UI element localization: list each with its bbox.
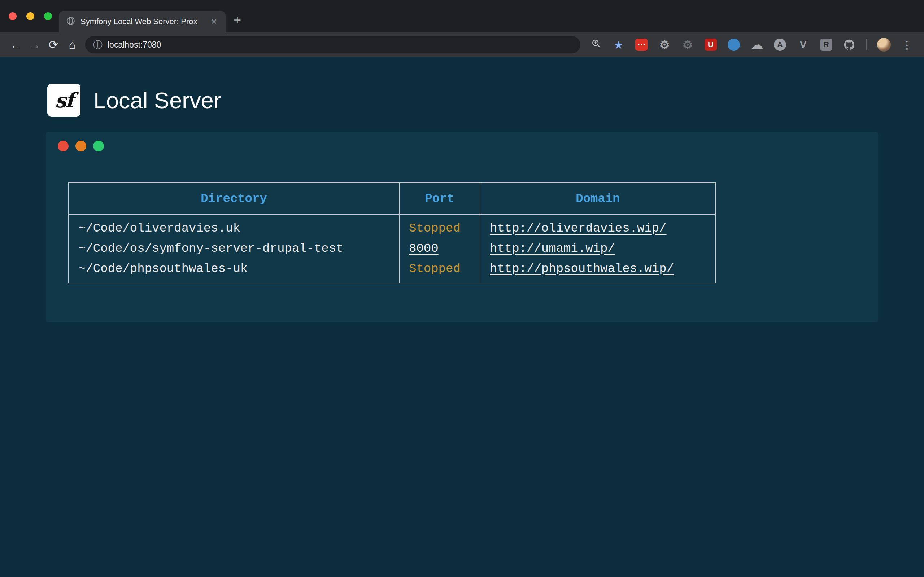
ublock-extension-icon[interactable]: U xyxy=(700,37,721,53)
domain-cell: http://umami.wip/ xyxy=(480,239,716,259)
table-row: ~/Code/os/symfony-server-drupal-test 800… xyxy=(69,239,716,259)
port-cell: Stopped xyxy=(399,259,480,283)
letter-r-extension-icon[interactable]: R xyxy=(816,37,837,53)
column-header-directory: Directory xyxy=(69,183,399,214)
table-row: ~/Code/phpsouthwales-uk Stopped http://p… xyxy=(69,259,716,283)
window-zoom-button[interactable] xyxy=(44,12,52,20)
page-title: Local Server xyxy=(94,87,221,113)
profile-avatar[interactable] xyxy=(877,38,891,52)
zoom-icon[interactable] xyxy=(586,39,606,51)
new-tab-button[interactable]: + xyxy=(234,14,241,27)
directory-cell: ~/Code/phpsouthwales-uk xyxy=(69,259,399,283)
servers-table: Directory Port Domain ~/Code/oliverdavie… xyxy=(68,182,716,284)
column-header-domain: Domain xyxy=(480,183,716,214)
port-cell: Stopped xyxy=(399,214,480,239)
table-header-row: Directory Port Domain xyxy=(69,183,716,214)
orange-dot-icon xyxy=(76,141,86,152)
directory-cell: ~/Code/oliverdavies.uk xyxy=(69,214,399,239)
dark-gear-extension-icon[interactable]: ⚙ xyxy=(677,37,698,53)
home-icon[interactable]: ⌂ xyxy=(63,38,82,52)
window-close-button[interactable] xyxy=(9,12,16,20)
tab-close-icon[interactable]: × xyxy=(210,16,218,27)
letter-a-extension-icon[interactable]: A xyxy=(769,37,790,53)
address-bar[interactable]: ⓘ localhost:7080 xyxy=(85,36,580,53)
browser-tab[interactable]: Symfony Local Web Server: Prox × xyxy=(59,11,226,32)
url-text[interactable]: localhost:7080 xyxy=(108,40,161,50)
toolbar-divider xyxy=(866,39,867,50)
symfony-logo: sf xyxy=(47,84,81,117)
port-link[interactable]: 8000 xyxy=(409,242,439,255)
domain-link[interactable]: http://oliverdavies.wip/ xyxy=(490,221,667,235)
tab-title: Symfony Local Web Server: Prox xyxy=(81,17,205,26)
port-status-stopped: Stopped xyxy=(409,221,460,235)
port-status-stopped: Stopped xyxy=(409,262,460,276)
gear-extension-icon[interactable]: ⚙ xyxy=(654,37,675,53)
letter-v-extension-icon[interactable]: V xyxy=(793,37,814,53)
domain-cell: http://phpsouthwales.wip/ xyxy=(480,259,716,283)
red-dot-icon xyxy=(58,141,69,152)
brand-header: sf Local Server xyxy=(47,84,221,117)
forward-icon[interactable]: → xyxy=(25,38,44,52)
window-minimize-button[interactable] xyxy=(26,12,34,20)
toolbar-right-icons: ★ ⋯ ⚙ ⚙ U ☁ A V R ⋮ xyxy=(586,37,918,53)
site-info-icon[interactable]: ⓘ xyxy=(93,39,102,51)
tab-favicon-globe-icon xyxy=(66,16,76,27)
red-dots-extension-icon[interactable]: ⋯ xyxy=(631,37,652,53)
reload-icon[interactable]: ⟳ xyxy=(44,38,63,52)
directory-cell: ~/Code/os/symfony-server-drupal-test xyxy=(69,239,399,259)
green-dot-icon xyxy=(93,141,104,152)
card-traffic-lights xyxy=(58,141,104,152)
browser-toolbar: ← → ⟳ ⌂ ⓘ localhost:7080 ★ ⋯ ⚙ ⚙ U ☁ A xyxy=(0,32,924,57)
blue-circle-extension-icon[interactable] xyxy=(723,37,744,53)
column-header-port: Port xyxy=(399,183,480,214)
github-octocat-extension-icon[interactable] xyxy=(839,37,860,53)
table-row: ~/Code/oliverdavies.uk Stopped http://ol… xyxy=(69,214,716,239)
symfony-proxy-page: sf Local Server Directory Port Domain ~/… xyxy=(0,57,924,577)
domain-link[interactable]: http://phpsouthwales.wip/ xyxy=(490,262,674,276)
bookmark-star-icon[interactable]: ★ xyxy=(609,39,629,51)
server-card: Directory Port Domain ~/Code/oliverdavie… xyxy=(46,132,878,322)
domain-link[interactable]: http://umami.wip/ xyxy=(490,242,615,255)
cloud-extension-icon[interactable]: ☁ xyxy=(746,37,767,53)
domain-cell: http://oliverdavies.wip/ xyxy=(480,214,716,239)
macos-window-controls xyxy=(9,12,52,20)
port-cell: 8000 xyxy=(399,239,480,259)
browser-menu-icon[interactable]: ⋮ xyxy=(897,39,918,51)
browser-tab-strip: Symfony Local Web Server: Prox × + xyxy=(0,0,924,32)
back-icon[interactable]: ← xyxy=(6,38,25,52)
